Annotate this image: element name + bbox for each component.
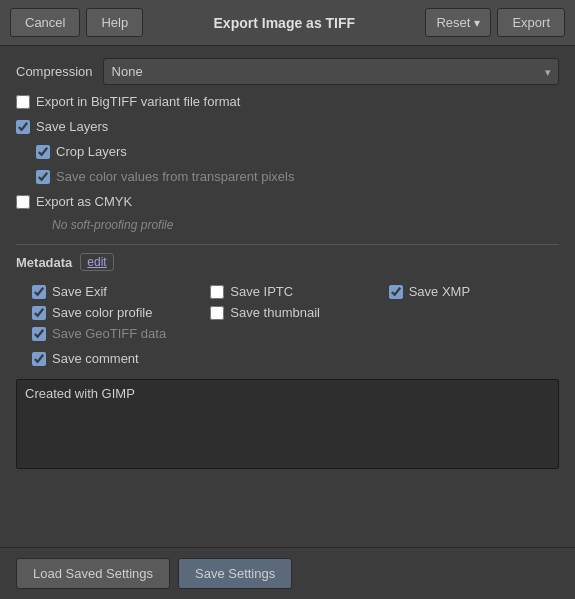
bigtiff-checkbox[interactable] xyxy=(16,95,30,109)
save-layers-checkbox[interactable] xyxy=(16,120,30,134)
save-color-values-row: Save color values from transparent pixel… xyxy=(16,168,559,185)
reset-button[interactable]: Reset xyxy=(425,8,491,37)
save-xmp-checkbox[interactable] xyxy=(389,285,403,299)
crop-layers-checkbox[interactable] xyxy=(36,145,50,159)
metadata-title: Metadata xyxy=(16,255,72,270)
save-layers-row: Save Layers xyxy=(16,118,559,135)
save-exif-checkbox[interactable] xyxy=(32,285,46,299)
save-color-profile-row: Save color profile xyxy=(32,304,202,321)
load-settings-button[interactable]: Load Saved Settings xyxy=(16,558,170,589)
save-iptc-checkbox[interactable] xyxy=(210,285,224,299)
save-comment-checkbox[interactable] xyxy=(32,352,46,366)
export-button[interactable]: Export xyxy=(497,8,565,37)
bigtiff-row: Export in BigTIFF variant file format xyxy=(16,93,559,110)
compression-row: Compression None LZW JPEG CCITT G3 Fax C… xyxy=(16,58,559,85)
save-iptc-label: Save IPTC xyxy=(230,284,293,299)
metadata-edit-button[interactable]: edit xyxy=(80,253,113,271)
save-geotiff-checkbox[interactable] xyxy=(32,327,46,341)
compression-label: Compression xyxy=(16,64,93,79)
soft-proof-text: No soft-proofing profile xyxy=(16,218,559,232)
metadata-grid: Save Exif Save IPTC Save XMP Save color … xyxy=(16,279,559,342)
save-exif-row: Save Exif xyxy=(32,283,202,300)
compression-select-wrapper: None LZW JPEG CCITT G3 Fax CCITT G4 Fax … xyxy=(103,58,559,85)
save-color-profile-checkbox[interactable] xyxy=(32,306,46,320)
help-button[interactable]: Help xyxy=(86,8,143,37)
reset-label: Reset xyxy=(436,15,470,30)
export-cmyk-row: Export as CMYK xyxy=(16,193,559,210)
dialog-title: Export Image as TIFF xyxy=(149,15,419,31)
save-layers-label: Save Layers xyxy=(36,119,108,134)
save-color-values-checkbox[interactable] xyxy=(36,170,50,184)
save-geotiff-row: Save GeoTIFF data xyxy=(32,325,202,342)
save-comment-row: Save comment xyxy=(16,350,559,367)
comment-textarea[interactable] xyxy=(16,379,559,469)
bottom-bar: Load Saved Settings Save Settings xyxy=(0,547,575,599)
save-exif-label: Save Exif xyxy=(52,284,107,299)
toolbar: Cancel Help Export Image as TIFF Reset E… xyxy=(0,0,575,46)
content-area: Compression None LZW JPEG CCITT G3 Fax C… xyxy=(0,46,575,547)
save-iptc-row: Save IPTC xyxy=(210,283,380,300)
cancel-button[interactable]: Cancel xyxy=(10,8,80,37)
bigtiff-label: Export in BigTIFF variant file format xyxy=(36,94,240,109)
save-thumbnail-row: Save thumbnail xyxy=(210,304,380,321)
save-geotiff-label: Save GeoTIFF data xyxy=(52,326,166,341)
save-settings-button[interactable]: Save Settings xyxy=(178,558,292,589)
save-thumbnail-checkbox[interactable] xyxy=(210,306,224,320)
save-xmp-row: Save XMP xyxy=(389,283,559,300)
crop-layers-row: Crop Layers xyxy=(16,143,559,160)
export-tiff-dialog: Cancel Help Export Image as TIFF Reset E… xyxy=(0,0,575,599)
metadata-header: Metadata edit xyxy=(16,244,559,271)
save-color-values-label: Save color values from transparent pixel… xyxy=(56,169,294,184)
crop-layers-label: Crop Layers xyxy=(56,144,127,159)
export-cmyk-label: Export as CMYK xyxy=(36,194,132,209)
save-color-profile-label: Save color profile xyxy=(52,305,152,320)
export-cmyk-checkbox[interactable] xyxy=(16,195,30,209)
save-xmp-label: Save XMP xyxy=(409,284,470,299)
save-thumbnail-label: Save thumbnail xyxy=(230,305,320,320)
reset-chevron-icon xyxy=(474,15,480,30)
compression-select[interactable]: None LZW JPEG CCITT G3 Fax CCITT G4 Fax … xyxy=(103,58,559,85)
save-comment-label: Save comment xyxy=(52,351,139,366)
